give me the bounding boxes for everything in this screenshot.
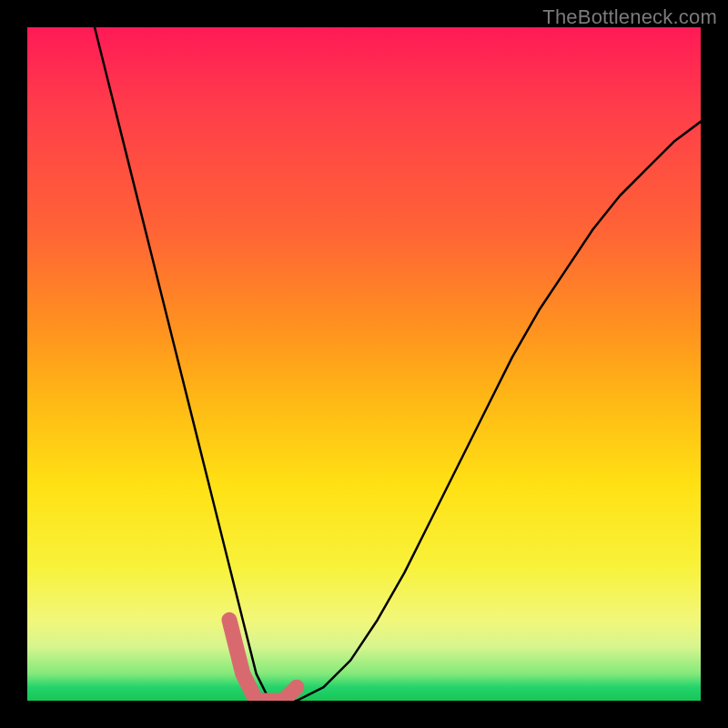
bottleneck-curve-path [95,27,701,701]
curves-svg [27,27,701,701]
watermark-text: TheBottleneck.com [542,5,717,29]
highlight-band-path [229,620,297,701]
chart-frame: TheBottleneck.com [0,0,728,728]
plot-area [27,27,701,701]
